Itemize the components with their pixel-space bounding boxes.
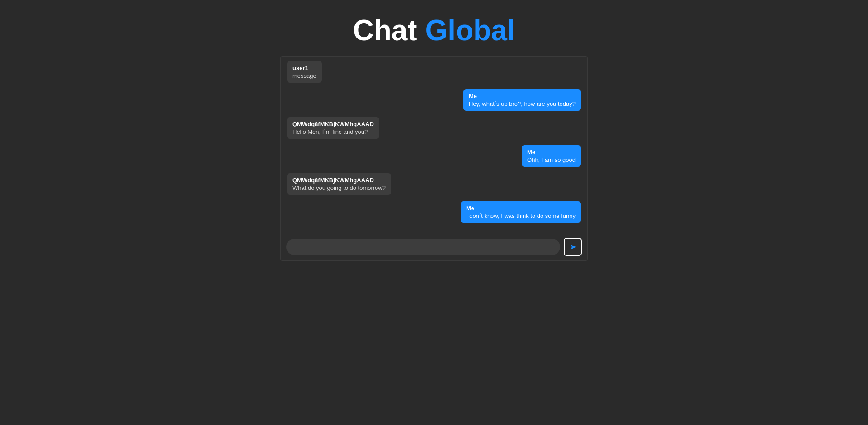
message-sender: Me <box>527 149 576 156</box>
message-bubble: QMWdq8fMKBjKWMhgAAADHello Men, I´m fine … <box>287 117 379 139</box>
message-bubble: QMWdq8fMKBjKWMhgAAADWhat do you going to… <box>287 173 391 195</box>
message-text: Hello Men, I´m fine and you? <box>292 128 374 135</box>
message-sender: user1 <box>292 65 316 71</box>
page-title: Chat Global <box>353 14 515 47</box>
message-text: message <box>292 72 316 79</box>
message-sender: Me <box>469 93 576 99</box>
message-sender: QMWdq8fMKBjKWMhgAAAD <box>292 177 386 184</box>
chat-container: user1messageMeHey, what´s up bro?, how a… <box>280 56 588 261</box>
message-text: I don´t know, I was think to do some fun… <box>466 212 576 219</box>
message-bubble: MeHey, what´s up bro?, how are you today… <box>463 89 581 111</box>
message-text: Ohh, I am so good <box>527 156 576 163</box>
send-button[interactable]: ➤ <box>564 238 582 256</box>
message-text: What do you going to do tomorrow? <box>292 184 386 191</box>
send-icon: ➤ <box>570 243 576 251</box>
message-bubble: MeOhh, I am so good <box>522 145 581 167</box>
message-bubble: user1message <box>287 61 322 83</box>
title-chat: Chat <box>353 14 417 47</box>
message-bubble: MeI don´t know, I was think to do some f… <box>461 201 581 223</box>
message-input[interactable] <box>286 239 560 255</box>
message-sender: QMWdq8fMKBjKWMhgAAAD <box>292 121 374 128</box>
messages-area[interactable]: user1messageMeHey, what´s up bro?, how a… <box>281 57 587 233</box>
message-text: Hey, what´s up bro?, how are you today? <box>469 100 576 107</box>
title-global: Global <box>425 14 515 47</box>
input-area: ➤ <box>281 233 587 260</box>
message-sender: Me <box>466 205 576 212</box>
